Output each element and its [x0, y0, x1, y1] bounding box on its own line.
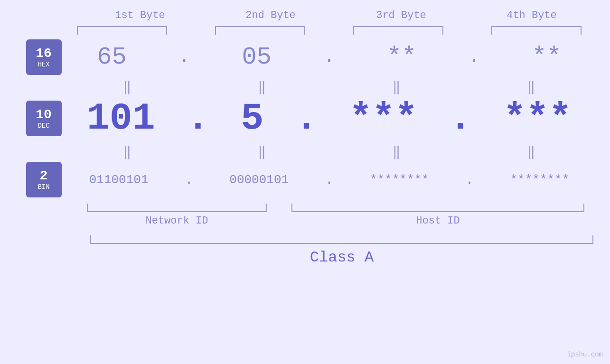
- dec-base-box: 10 DEC: [26, 101, 62, 136]
- hex-b1: 65: [97, 43, 126, 71]
- top-brackets: [13, 26, 597, 35]
- host-id-label: Host ID: [416, 215, 460, 227]
- network-bracket: [87, 204, 267, 212]
- dec-b3: ***: [349, 97, 418, 140]
- hex-b4: **: [532, 43, 561, 71]
- dec-row: 10 DEC 101 . 5 . *** . ***: [13, 97, 597, 140]
- byte2-header: 2nd Byte: [218, 9, 323, 21]
- top-bracket-2: [215, 26, 305, 35]
- class-label: Class A: [310, 249, 374, 266]
- hex-b3: **: [387, 43, 416, 71]
- bin-base-label: BIN: [38, 183, 49, 191]
- bin-dot1: .: [185, 172, 193, 188]
- byte1-header: 1st Byte: [88, 9, 192, 21]
- eq1-b1: ‖: [75, 79, 179, 95]
- byte4-header: 4th Byte: [479, 9, 584, 21]
- dec-b4: ***: [503, 97, 572, 140]
- hex-dot3: .: [469, 47, 480, 68]
- eq2-b3: ‖: [344, 144, 449, 160]
- top-bracket-3: [353, 26, 443, 35]
- eq1-b4: ‖: [479, 79, 583, 95]
- class-bracket-group: Class A: [90, 235, 593, 266]
- bin-b2: 00000101: [229, 173, 289, 187]
- host-bracket-group: Host ID: [279, 204, 597, 227]
- main-container: 1st Byte 2nd Byte 3rd Byte 4th Byte 16 H…: [0, 0, 610, 364]
- bin-b1: 01100101: [89, 173, 149, 187]
- bin-b3: ********: [370, 173, 429, 187]
- network-bracket-group: Network ID: [75, 204, 279, 227]
- equals-row-2: ‖ ‖ ‖ ‖: [13, 144, 597, 160]
- equals-row-1: ‖ ‖ ‖ ‖: [13, 79, 597, 95]
- hex-dot1: .: [178, 47, 190, 68]
- dec-b2: 5: [241, 97, 263, 140]
- eq2-b1: ‖: [75, 144, 179, 160]
- network-id-label: Network ID: [145, 215, 208, 227]
- hex-base-label: HEX: [38, 61, 49, 68]
- top-bracket-1: [77, 26, 167, 35]
- class-label-container: Class A: [90, 249, 593, 266]
- class-bracket: [90, 235, 593, 244]
- dec-dot2: .: [295, 97, 318, 140]
- eq1-b3: ‖: [344, 79, 449, 95]
- hex-row: 16 HEX 65 . 05 . ** . **: [13, 39, 597, 75]
- byte3-header: 3rd Byte: [349, 9, 453, 21]
- top-bracket-4: [491, 26, 582, 35]
- bin-b4: ********: [510, 173, 569, 187]
- hex-dot2: .: [323, 47, 335, 68]
- bin-base-box: 2 BIN: [26, 162, 62, 197]
- dec-dot1: .: [187, 97, 209, 140]
- byte-headers: 1st Byte 2nd Byte 3rd Byte 4th Byte: [75, 9, 597, 21]
- dec-b1: 101: [87, 97, 155, 140]
- host-bracket: [291, 204, 584, 212]
- eq2-b4: ‖: [479, 144, 583, 160]
- bin-base-number: 2: [40, 168, 48, 183]
- dec-base-label: DEC: [38, 122, 49, 130]
- eq2-b2: ‖: [210, 144, 314, 160]
- watermark: ipshu.com: [567, 351, 603, 358]
- dec-base-number: 10: [36, 107, 52, 122]
- hex-b2: 05: [242, 43, 272, 71]
- bin-dot2: .: [325, 172, 333, 188]
- bottom-brackets-row: Network ID Host ID: [75, 204, 597, 227]
- dec-dot3: .: [449, 97, 472, 140]
- hex-base-box: 16 HEX: [26, 39, 62, 75]
- hex-base-number: 16: [36, 46, 52, 61]
- bin-row: 2 BIN 01100101 . 00000101 . ******** . *…: [13, 162, 597, 197]
- eq1-b2: ‖: [210, 79, 314, 95]
- bin-dot3: .: [465, 172, 474, 188]
